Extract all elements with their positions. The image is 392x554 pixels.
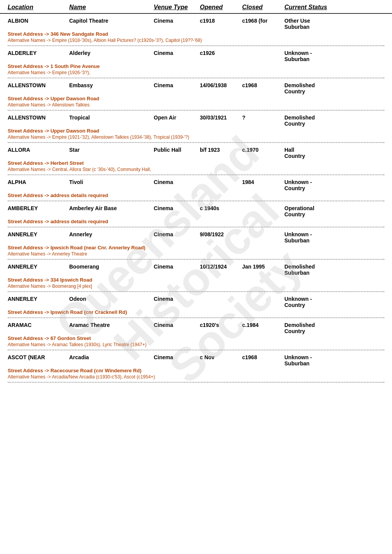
record-venue: Cinema	[154, 178, 200, 185]
record-status: DemolishedCountry	[284, 321, 350, 334]
record-name: Capitol Theatre	[69, 17, 154, 24]
record-location: ALDERLEY	[8, 49, 69, 56]
record-name: Arcadia	[69, 353, 154, 360]
record-alt: Alternative Names -> Annerley Theatre	[8, 251, 384, 257]
record-closed	[242, 204, 284, 205]
record-alt: Alternative Names -> Boomerang [4 plex]	[8, 284, 384, 289]
record-opened: 9/08/1922	[200, 231, 242, 237]
record-location: ARAMAC	[8, 321, 69, 328]
record-venue: Cinema	[154, 204, 200, 211]
header-closed: Closed	[242, 4, 284, 11]
table-row: ALBION Capitol Theatre Cinema c1918 c196…	[8, 14, 384, 46]
record-opened: c1926	[200, 49, 242, 56]
record-name: Aramac Theatre	[69, 321, 154, 328]
record-venue: Cinema	[154, 81, 200, 88]
record-venue: Cinema	[154, 263, 200, 270]
record-location: ALLENSTOWN	[8, 81, 69, 88]
table-row: ALLENSTOWN Embassy Cinema 14/06/1938 c19…	[8, 78, 384, 111]
record-location: ANNERLEY	[8, 263, 69, 270]
record-status: Unknown -Country	[284, 295, 350, 308]
record-status: Unknown -Country	[284, 178, 350, 191]
record-alt: Alternative Names -> Arcadia/New Arcadia…	[8, 374, 384, 380]
record-closed: Jan 1995	[242, 263, 284, 270]
table-row: ANNERLEY Odeon Cinema Unknown -Country S…	[8, 292, 384, 318]
record-alt: Alternative Names -> Empire (1918-'30s),…	[8, 38, 384, 43]
record-status: HallCountry	[284, 146, 350, 159]
record-location: ALLENSTOWN	[8, 114, 69, 121]
header-opened: Opened	[200, 4, 242, 11]
record-venue: Cinema	[154, 321, 200, 328]
record-alt: Alternative Names -> Aramac Talkies (193…	[8, 342, 384, 347]
record-name: Alderley	[69, 49, 154, 56]
record-street: Street Address -> 1 South Pine Avenue	[8, 63, 384, 69]
record-status: DemolishedSuburban	[284, 263, 350, 276]
record-alt: Alternative Names -> Empire (1926-'3?),	[8, 70, 384, 75]
table-header: Location Name Venue Type Opened Closed C…	[0, 0, 392, 14]
record-alt: Alternative Names -> Allenstown Talkies	[8, 102, 384, 108]
record-closed: c1968	[242, 81, 284, 88]
record-location: ALBION	[8, 17, 69, 24]
record-closed	[242, 231, 284, 231]
record-venue: Cinema	[154, 231, 200, 237]
record-street: Street Address -> Herbert Street	[8, 160, 384, 166]
record-location: ANNERLEY	[8, 231, 69, 237]
record-status: Unknown -Suburban	[284, 49, 350, 62]
record-name: Star	[69, 146, 154, 153]
record-name: Annerley	[69, 231, 154, 237]
header-venue: Venue Type	[154, 4, 200, 11]
table-row: ALPHA Tivoli Cinema 1984 Unknown -Countr…	[8, 175, 384, 201]
record-street: Street Address -> address details requir…	[8, 219, 384, 224]
record-closed: c.1970	[242, 146, 284, 153]
record-opened: c 1940s	[200, 204, 242, 211]
record-alt: Alternative Names -> Empire (1921-'32), …	[8, 134, 384, 140]
record-status: DemolishedCountry	[284, 114, 350, 127]
record-closed	[242, 295, 284, 296]
record-opened: 10/12/1924	[200, 263, 242, 270]
record-name: Tropical	[69, 114, 154, 121]
record-name: Amberley Air Base	[69, 204, 154, 211]
header-location: Location	[8, 4, 69, 11]
record-street: Street Address -> Ipswich Road (cnr Crac…	[8, 309, 384, 315]
record-alt: Alternative Names -> Central, Allora Sta…	[8, 167, 384, 172]
table-row: ASCOT (NEAR Arcadia Cinema c Nov c1968 U…	[8, 350, 384, 383]
record-street: Street Address -> 67 Gordon Street	[8, 335, 384, 341]
record-street: Street Address -> 334 Ipswich Road	[8, 277, 384, 283]
record-status: Other UseSuburban	[284, 17, 350, 30]
record-name: Tivoli	[69, 178, 154, 185]
record-street: Street Address -> Racecourse Road (cnr W…	[8, 368, 384, 373]
record-location: ALLORA	[8, 146, 69, 153]
record-street: Street Address -> address details requir…	[8, 192, 384, 198]
record-status: Unknown -Suburban	[284, 353, 350, 367]
header-name: Name	[69, 4, 154, 11]
record-venue: Cinema	[154, 295, 200, 302]
record-closed	[242, 49, 284, 50]
record-closed: 1984	[242, 178, 284, 185]
record-venue: Open Air	[154, 114, 200, 121]
record-opened	[200, 178, 242, 179]
table-row: ANNERLEY Boomerang Cinema 10/12/1924 Jan…	[8, 260, 384, 292]
record-status: Unknown -Suburban	[284, 231, 350, 244]
table-row: ARAMAC Aramac Theatre Cinema c1920's c.1…	[8, 318, 384, 350]
record-opened: 30/03/1921	[200, 114, 242, 121]
record-location: ANNERLEY	[8, 295, 69, 302]
record-location: AMBERLEY	[8, 204, 69, 211]
record-venue: Public Hall	[154, 146, 200, 153]
table-row: ALLENSTOWN Tropical Open Air 30/03/1921 …	[8, 111, 384, 143]
record-closed: ?	[242, 114, 284, 121]
records-list: ALBION Capitol Theatre Cinema c1918 c196…	[0, 14, 392, 383]
record-opened: 14/06/1938	[200, 81, 242, 88]
header-status: Current Status	[284, 4, 350, 11]
record-street: Street Address -> Upper Dawson Road	[8, 96, 384, 101]
record-name: Embassy	[69, 81, 154, 88]
record-status: OperationalCountry	[284, 204, 350, 217]
record-opened: b/f 1923	[200, 146, 242, 153]
record-status: DemolishedCountry	[284, 81, 350, 95]
record-street: Street Address -> Upper Dawson Road	[8, 128, 384, 134]
table-row: ALLORA Star Public Hall b/f 1923 c.1970 …	[8, 143, 384, 175]
record-location: ALPHA	[8, 178, 69, 185]
table-row: ANNERLEY Annerley Cinema 9/08/1922 Unkno…	[8, 227, 384, 260]
record-closed: c1968	[242, 353, 284, 360]
record-street: Street Address -> Ipwsich Road (near Cnr…	[8, 245, 384, 250]
record-name: Odeon	[69, 295, 154, 302]
table-row: ALDERLEY Alderley Cinema c1926 Unknown -…	[8, 46, 384, 78]
